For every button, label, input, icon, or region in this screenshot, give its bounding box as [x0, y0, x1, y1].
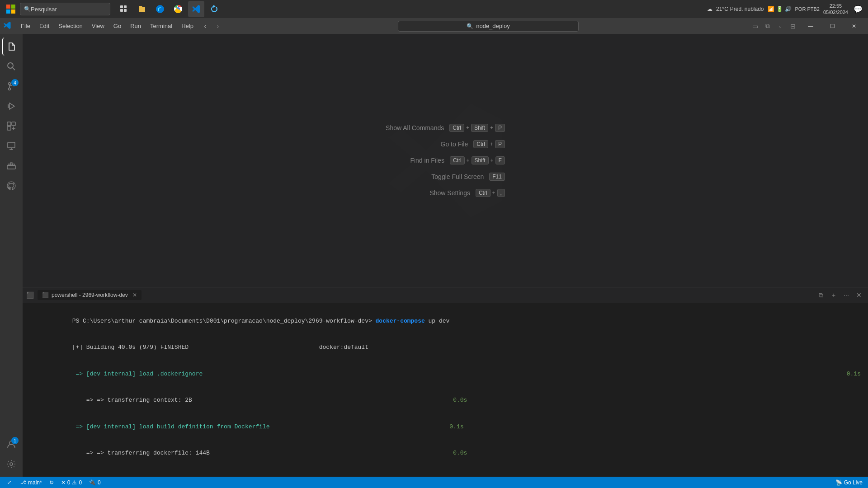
terminal-line-2: [+] Building 40.0s (9/9) FINISHED docker…: [30, 334, 861, 361]
activity-bar: 4 1: [0, 34, 23, 477]
svg-rect-21: [7, 127, 11, 130]
go-live-button[interactable]: 📡 Go Live: [834, 479, 864, 486]
nav-back[interactable]: ‹: [200, 21, 211, 32]
nav-arrows: ‹ ›: [200, 21, 223, 32]
vscode-watermark: [382, 97, 509, 224]
github-icon[interactable]: [2, 177, 20, 195]
clock: 22:55 05/02/2024: [823, 3, 848, 16]
docker-icon[interactable]: [2, 157, 20, 175]
taskbar-search[interactable]: 🔍 Pesquisar: [20, 3, 110, 15]
svg-rect-20: [12, 122, 15, 126]
window-controls: — ☐ ✕: [800, 19, 864, 33]
svg-rect-29: [10, 163, 12, 164]
layout-icon-2[interactable]: ⧉: [762, 21, 773, 32]
locale-display: POR PTB2: [795, 6, 820, 12]
status-bar-left: ⤢ ⎇ main* ↻ ✕ 0 ⚠ 0 🔌 0: [4, 479, 103, 486]
terminal-actions: ⧉ + ··· ✕: [816, 290, 864, 300]
layout-icon-3[interactable]: ▫: [775, 21, 786, 32]
svg-rect-28: [13, 164, 14, 165]
menu-file[interactable]: File: [16, 21, 35, 31]
svg-rect-19: [7, 122, 11, 126]
layout-icon-4[interactable]: ⊟: [788, 21, 798, 32]
status-bar: ⤢ ⎇ main* ↻ ✕ 0 ⚠ 0 🔌 0 📡 Go L: [0, 477, 868, 488]
menu-run[interactable]: Run: [126, 21, 146, 31]
terminal-tab-label: powershell - 2969-workflow-dev: [52, 292, 128, 298]
windows-logo[interactable]: [4, 2, 18, 16]
svg-point-31: [10, 463, 13, 465]
svg-point-14: [9, 83, 11, 85]
svg-marker-17: [9, 103, 14, 109]
close-button[interactable]: ✕: [844, 19, 864, 33]
terminal-header: ⬛ ⬛ powershell - 2969-workflow-dev ✕ ⧉ +…: [23, 287, 868, 303]
svg-rect-22: [8, 142, 15, 148]
terminal-tab-close[interactable]: ✕: [132, 292, 137, 298]
terminal-body[interactable]: PS C:\Users\arthur cambraia\Documents\D0…: [23, 303, 868, 477]
terminal-more-button[interactable]: ···: [841, 290, 852, 300]
terminal-line-5: => [dev internal] load build definition …: [30, 413, 861, 440]
terminal-line-6: => => transferring dockerfile: 144B 0.0s: [30, 440, 861, 467]
svg-point-8: [156, 5, 164, 13]
terminal-tab-icon: ⬛: [42, 292, 49, 298]
notification-icon[interactable]: 💬: [852, 3, 864, 15]
nav-forward[interactable]: ›: [212, 21, 223, 32]
files-taskbar-app[interactable]: [134, 1, 150, 17]
settings-icon[interactable]: [2, 455, 20, 473]
svg-rect-26: [8, 164, 10, 165]
chrome-taskbar-app[interactable]: [170, 1, 186, 17]
menu-selection[interactable]: Selection: [54, 21, 87, 31]
menu-edit[interactable]: Edit: [35, 21, 54, 31]
search-bar[interactable]: 🔍 node_deploy: [229, 21, 748, 32]
svg-rect-7: [124, 9, 127, 12]
edge-taskbar-app[interactable]: [152, 1, 168, 17]
vscode-taskbar-app[interactable]: [188, 1, 204, 17]
branch-indicator[interactable]: ⎇ main*: [19, 479, 44, 486]
layout-controls: ▭ ⧉ ▫ ⊟: [750, 21, 798, 32]
menu-terminal[interactable]: Terminal: [146, 21, 177, 31]
remote-count-indicator[interactable]: 🔌 0: [87, 479, 103, 486]
minimize-button[interactable]: —: [800, 19, 821, 33]
taskbar-right: ☁ 21°C Pred. nublado 📶🔋🔊 POR PTB2 22:55 …: [707, 3, 864, 16]
svg-marker-11: [213, 5, 216, 8]
terminal-line-4: => => transferring context: 2B 0.0s: [30, 387, 861, 414]
extensions-icon[interactable]: [2, 117, 20, 135]
svg-rect-5: [124, 5, 127, 8]
taskbar: 🔍 Pesquisar ☁ 21°C Pred. nublado: [0, 0, 868, 18]
explorer-icon[interactable]: [2, 38, 20, 56]
svg-rect-25: [7, 165, 15, 169]
svg-line-13: [13, 68, 15, 70]
network-icons: 📶🔋🔊: [768, 6, 792, 12]
svg-point-12: [8, 63, 13, 68]
terminal-tab[interactable]: ⬛ powershell - 2969-workflow-dev ✕: [38, 290, 142, 300]
terminal-close-button[interactable]: ✕: [854, 290, 864, 300]
vscode-window: File Edit Selection View Go Run Terminal…: [0, 18, 868, 488]
terminal-panel: ⬛ ⬛ powershell - 2969-workflow-dev ✕ ⧉ +…: [23, 287, 868, 477]
accounts-icon[interactable]: 1: [2, 435, 20, 453]
menu-go[interactable]: Go: [109, 21, 126, 31]
vscode-app-icon: [4, 21, 12, 31]
svg-rect-0: [6, 5, 10, 9]
search-icon[interactable]: [2, 57, 20, 75]
menu-help[interactable]: Help: [177, 21, 198, 31]
menu-bar: File Edit Selection View Go Run Terminal…: [16, 21, 198, 31]
run-debug-icon[interactable]: [2, 97, 20, 115]
svg-rect-3: [11, 9, 15, 14]
svg-rect-6: [120, 9, 123, 12]
weather-display: 21°C Pred. nublado: [716, 6, 764, 12]
refresh-taskbar-app[interactable]: [206, 1, 222, 17]
maximize-button[interactable]: ☐: [822, 19, 843, 33]
remote-indicator[interactable]: ⤢: [4, 479, 15, 485]
sync-indicator[interactable]: ↻: [47, 479, 56, 486]
terminal-split-button[interactable]: ⧉: [816, 290, 826, 300]
terminal-add-button[interactable]: +: [828, 290, 839, 300]
svg-rect-2: [6, 9, 10, 14]
source-control-badge: 4: [11, 79, 19, 86]
taskbar-system-icons: ☁: [707, 6, 712, 12]
layout-icon-1[interactable]: ▭: [750, 21, 760, 32]
source-control-icon[interactable]: 4: [2, 77, 20, 95]
menu-view[interactable]: View: [87, 21, 109, 31]
task-view-icon[interactable]: [116, 1, 132, 17]
remote-icon[interactable]: [2, 137, 20, 155]
title-bar: File Edit Selection View Go Run Terminal…: [0, 18, 868, 34]
errors-indicator[interactable]: ✕ 0 ⚠ 0: [59, 479, 84, 486]
terminal-line-7: => [dev internal] load metadata for dock…: [30, 466, 861, 477]
